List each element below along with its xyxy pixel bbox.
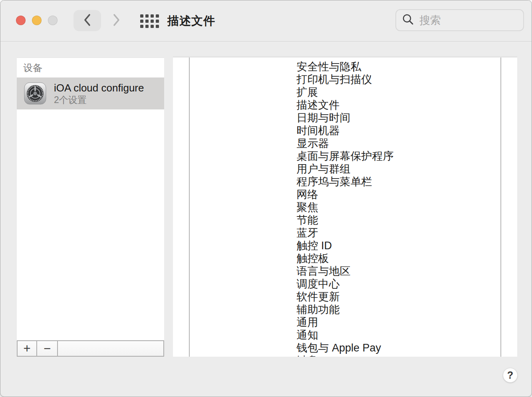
titlebar: 描述文件 搜索 — [0, 0, 532, 42]
add-profile-button[interactable]: + — [18, 341, 37, 356]
chevron-left-icon — [83, 13, 92, 28]
forward-button[interactable] — [107, 10, 125, 31]
search-input[interactable]: 搜索 — [395, 9, 524, 31]
zoom-button-disabled — [48, 16, 58, 25]
sidebar-bottom-bar: + − — [17, 340, 164, 357]
pane-list-item[interactable]: 节能 — [297, 214, 318, 226]
profiles-preferences-window: 描述文件 搜索 设备 — [0, 0, 532, 397]
pane-list-item[interactable]: 扩展 — [297, 86, 318, 99]
pane-list-item[interactable]: 显示器 — [297, 137, 329, 150]
pane-list-item[interactable]: 辅助功能 — [297, 303, 340, 316]
device-settings-count: 2个设置 — [54, 94, 144, 105]
device-info: iOA cloud configure 2个设置 — [54, 82, 144, 105]
pane-list-item[interactable]: 聚焦 — [297, 201, 318, 214]
pane-list-item[interactable]: 调度中心 — [297, 278, 340, 290]
sidebar-item-device[interactable]: iOA cloud configure 2个设置 — [17, 77, 164, 109]
page-title: 描述文件 — [167, 0, 215, 42]
pane-list-item[interactable]: 语言与地区 — [297, 265, 351, 278]
pane-list-item[interactable]: 通用 — [297, 316, 318, 329]
pane-list-item[interactable]: 通知 — [297, 329, 318, 341]
remove-profile-button[interactable]: − — [37, 341, 58, 356]
pane-list-item[interactable]: 描述文件 — [297, 99, 340, 111]
pane-list-item[interactable]: 触控板 — [297, 252, 329, 265]
pane-list-item[interactable]: 钱包与 Apple Pay — [297, 341, 381, 354]
search-icon — [402, 13, 415, 28]
search-placeholder: 搜索 — [419, 13, 441, 28]
pane-list-item[interactable]: 安全性与隐私 — [297, 60, 361, 73]
device-sidebar: 设备 — [17, 58, 164, 357]
preference-pane-list: 安全性与隐私打印机与扫描仪扩展描述文件日期与时间时间机器显示器桌面与屏幕保护程序… — [297, 60, 394, 357]
pane-list-item[interactable]: 日期与时间 — [297, 111, 351, 124]
pane-list-item[interactable]: 触控 ID — [297, 239, 332, 252]
pane-list-item[interactable]: 键盘 — [297, 354, 318, 357]
pane-list-item[interactable]: 打印机与扫描仪 — [297, 73, 372, 86]
minimize-button[interactable] — [32, 16, 42, 25]
help-button[interactable]: ? — [503, 368, 518, 383]
device-name: iOA cloud configure — [54, 82, 144, 94]
show-all-grid-icon[interactable] — [140, 14, 159, 28]
back-button[interactable] — [73, 10, 101, 31]
profile-detail-panel: 安全性与隐私打印机与扫描仪扩展描述文件日期与时间时间机器显示器桌面与屏幕保护程序… — [173, 56, 517, 357]
pane-list-item[interactable]: 用户与群组 — [297, 163, 351, 175]
panel-column-divider-right — [500, 58, 501, 357]
pane-list-item[interactable]: 时间机器 — [297, 124, 340, 137]
chevron-right-icon — [112, 13, 121, 28]
bottom-bar-spacer — [58, 341, 163, 356]
sidebar-section-header: 设备 — [17, 58, 164, 77]
pane-list-item[interactable]: 程序坞与菜单栏 — [297, 175, 372, 188]
pane-list-item[interactable]: 蓝牙 — [297, 226, 318, 239]
pane-list-item[interactable]: 桌面与屏幕保护程序 — [297, 150, 394, 163]
gear-icon — [24, 82, 46, 105]
pane-list-item[interactable]: 软件更新 — [297, 290, 340, 303]
close-button[interactable] — [16, 16, 26, 25]
pane-list-column: 安全性与隐私打印机与扫描仪扩展描述文件日期与时间时间机器显示器桌面与屏幕保护程序… — [190, 58, 500, 357]
pane-list-item[interactable]: 网络 — [297, 188, 318, 201]
